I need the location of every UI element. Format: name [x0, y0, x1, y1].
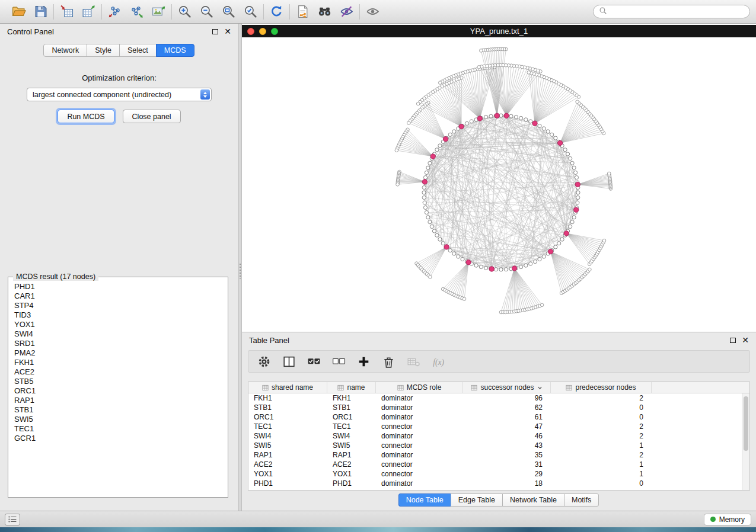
- table-row[interactable]: SWI4SWI4dominator462: [248, 431, 742, 441]
- zoom-selected-icon[interactable]: [242, 3, 259, 21]
- status-list-button[interactable]: [5, 514, 20, 525]
- cell-successor-nodes[interactable]: 35: [463, 451, 551, 459]
- cell-predecessor-nodes[interactable]: 0: [551, 403, 652, 412]
- window-zoom-button[interactable]: [271, 28, 278, 35]
- cell-name[interactable]: ACE2: [327, 460, 376, 469]
- select-all-icon[interactable]: [307, 354, 321, 369]
- tab-edge-table[interactable]: Edge Table: [451, 493, 503, 507]
- cell-successor-nodes[interactable]: 47: [463, 422, 551, 431]
- add-column-icon[interactable]: [356, 354, 371, 369]
- cell-MCDS-role[interactable]: dominator: [376, 451, 463, 459]
- cell-MCDS-role[interactable]: dominator: [376, 479, 463, 488]
- export-image-icon[interactable]: [150, 3, 167, 21]
- cell-name[interactable]: ORC1: [327, 413, 376, 421]
- clear-table-icon[interactable]: [406, 354, 421, 369]
- memory-button[interactable]: Memory: [704, 514, 751, 525]
- column-header-name[interactable]: name: [327, 382, 376, 393]
- column-header-successor-nodes[interactable]: successor nodes: [463, 382, 551, 393]
- cell-MCDS-role[interactable]: dominator: [376, 432, 463, 440]
- float-panel-icon[interactable]: [212, 29, 218, 34]
- search-network-icon[interactable]: [316, 3, 333, 21]
- table-row[interactable]: ACE2ACE2connector311: [248, 460, 742, 469]
- tab-motifs[interactable]: Motifs: [564, 493, 599, 507]
- tab-network-table[interactable]: Network Table: [502, 493, 564, 507]
- cell-shared-name[interactable]: SWI5: [248, 441, 327, 450]
- table-row[interactable]: PHD1PHD1dominator180: [248, 479, 742, 488]
- cell-name[interactable]: RAP1: [327, 451, 376, 459]
- tab-network[interactable]: Network: [43, 44, 87, 57]
- cell-predecessor-nodes[interactable]: 1: [551, 470, 652, 478]
- cell-shared-name[interactable]: STB1: [248, 403, 327, 412]
- cell-successor-nodes[interactable]: 31: [463, 460, 551, 469]
- close-panel-icon[interactable]: ✕: [224, 27, 231, 36]
- cell-MCDS-role[interactable]: connector: [376, 422, 463, 431]
- cell-name[interactable]: SWI5: [327, 441, 376, 450]
- cell-successor-nodes[interactable]: 96: [463, 394, 551, 402]
- network-canvas[interactable]: [242, 37, 756, 332]
- cell-MCDS-role[interactable]: connector: [376, 470, 463, 478]
- cell-successor-nodes[interactable]: 18: [463, 479, 551, 488]
- zoom-in-icon[interactable]: [176, 3, 193, 21]
- function-builder-icon[interactable]: f(x): [431, 354, 446, 369]
- cell-MCDS-role[interactable]: connector: [376, 441, 463, 450]
- table-row[interactable]: RAP1RAP1dominator352: [248, 450, 742, 460]
- cell-MCDS-role[interactable]: dominator: [376, 403, 463, 412]
- table-row[interactable]: FKH1FKH1dominator962: [248, 393, 742, 403]
- window-close-button[interactable]: [247, 28, 254, 35]
- table-settings-icon[interactable]: [257, 354, 272, 369]
- cell-name[interactable]: STB1: [327, 403, 376, 412]
- cell-predecessor-nodes[interactable]: 2: [551, 422, 652, 431]
- cell-name[interactable]: FKH1: [327, 394, 376, 402]
- cell-successor-nodes[interactable]: 29: [463, 470, 551, 478]
- cell-predecessor-nodes[interactable]: 2: [551, 394, 652, 402]
- mcds-result-item[interactable]: SWI5: [14, 415, 222, 424]
- cell-shared-name[interactable]: PHD1: [248, 479, 327, 488]
- cell-predecessor-nodes[interactable]: 0: [551, 413, 652, 421]
- mcds-result-item[interactable]: FKH1: [14, 358, 222, 367]
- cell-successor-nodes[interactable]: 61: [463, 413, 551, 421]
- run-mcds-button[interactable]: Run MCDS: [58, 110, 114, 123]
- cell-predecessor-nodes[interactable]: 1: [551, 441, 652, 450]
- tab-mcds[interactable]: MCDS: [156, 44, 194, 57]
- cell-shared-name[interactable]: ORC1: [248, 413, 327, 421]
- close-table-panel-icon[interactable]: ✕: [742, 336, 749, 344]
- tab-select[interactable]: Select: [119, 44, 157, 57]
- mcds-result-item[interactable]: STB1: [14, 405, 222, 415]
- cell-MCDS-role[interactable]: dominator: [376, 413, 463, 421]
- eye-icon[interactable]: [364, 3, 381, 21]
- cell-successor-nodes[interactable]: 62: [463, 403, 551, 412]
- column-header-shared-name[interactable]: shared name: [248, 382, 327, 393]
- column-header-predecessor-nodes[interactable]: predecessor nodes: [551, 382, 652, 393]
- mcds-result-item[interactable]: TID3: [14, 310, 222, 320]
- table-row[interactable]: TEC1TEC1connector472: [248, 422, 742, 431]
- mcds-result-item[interactable]: YOX1: [14, 320, 222, 329]
- cell-shared-name[interactable]: FKH1: [248, 394, 327, 402]
- mcds-result-item[interactable]: ACE2: [14, 367, 222, 377]
- table-scrollbar[interactable]: [742, 393, 749, 490]
- close-panel-button[interactable]: Close panel: [123, 110, 181, 123]
- cell-MCDS-role[interactable]: dominator: [376, 394, 463, 402]
- scrollbar-thumb[interactable]: [744, 396, 748, 451]
- mcds-result-item[interactable]: RAP1: [14, 396, 222, 405]
- cell-shared-name[interactable]: ACE2: [248, 460, 327, 469]
- mcds-result-item[interactable]: GCR1: [14, 434, 222, 443]
- cell-name[interactable]: YOX1: [327, 470, 376, 478]
- cell-successor-nodes[interactable]: 46: [463, 432, 551, 440]
- cell-shared-name[interactable]: RAP1: [248, 451, 327, 459]
- import-network-icon[interactable]: [106, 3, 123, 21]
- cell-predecessor-nodes[interactable]: 0: [551, 479, 652, 488]
- export-network-icon[interactable]: [128, 3, 145, 21]
- mcds-result-item[interactable]: TEC1: [14, 424, 222, 434]
- mcds-result-item[interactable]: STP4: [14, 301, 222, 310]
- float-table-panel-icon[interactable]: [730, 338, 736, 343]
- refresh-view-icon[interactable]: [268, 3, 285, 21]
- cell-predecessor-nodes[interactable]: 2: [551, 432, 652, 440]
- cell-shared-name[interactable]: TEC1: [248, 422, 327, 431]
- table-row[interactable]: ORC1ORC1dominator610: [248, 412, 742, 422]
- export-table-icon[interactable]: [80, 3, 97, 21]
- zoom-fit-icon[interactable]: [220, 3, 237, 21]
- tab-style[interactable]: Style: [87, 44, 120, 57]
- search-input[interactable]: [611, 8, 744, 16]
- criterion-dropdown[interactable]: largest connected component (undirected): [27, 88, 212, 101]
- table-row[interactable]: YOX1YOX1connector291: [248, 469, 742, 479]
